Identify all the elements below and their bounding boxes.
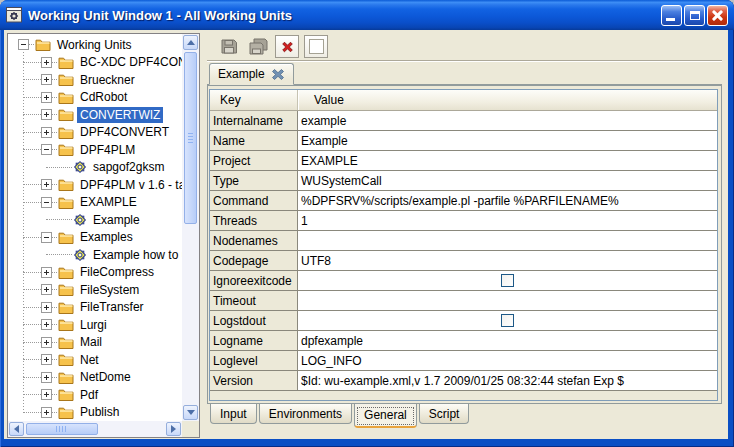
expand-toggle-icon[interactable] — [41, 407, 52, 418]
expand-toggle-icon[interactable] — [41, 179, 52, 190]
expand-toggle-icon[interactable] — [41, 319, 52, 330]
value-text: EXAMPLE — [301, 154, 358, 168]
expand-toggle-icon[interactable] — [41, 354, 52, 365]
tab-close-icon[interactable] — [271, 68, 285, 81]
tree-item-filesystem[interactable]: FileSystem — [8, 281, 182, 299]
red-x-icon — [280, 40, 295, 54]
tab-input[interactable]: Input — [210, 404, 257, 424]
ignoreexitcode-checkbox[interactable] — [501, 274, 514, 287]
tree-item-label: Publish — [77, 404, 122, 420]
tree-item-cdrobot[interactable]: CdRobot — [8, 89, 182, 107]
collapse-toggle-icon[interactable] — [41, 144, 52, 155]
delete-button[interactable] — [275, 35, 299, 58]
window-title: Working Unit Window 1 - All Working Unit… — [28, 8, 661, 23]
tree-item-example[interactable]: Example — [8, 211, 182, 229]
tree-item-working-units[interactable]: Working Units — [8, 36, 182, 54]
table-row-version: Version$Id: wu-example.xml,v 1.7 2009/01… — [210, 371, 717, 391]
close-button[interactable] — [707, 5, 728, 26]
expand-toggle-icon[interactable] — [41, 267, 52, 278]
column-header-value[interactable]: Value — [298, 90, 717, 110]
scroll-up-button[interactable] — [183, 35, 198, 50]
new-button[interactable] — [304, 35, 328, 58]
app-window-gear-icon[interactable] — [6, 7, 23, 23]
tree-item-dpf4plm-v-1-6-take[interactable]: DPF4PLM v 1.6 - take — [8, 176, 182, 194]
column-header-key[interactable]: Key — [210, 90, 298, 110]
logstdout-value-cell[interactable] — [298, 311, 717, 330]
tree-item-bc-xdc-dpf4conver[interactable]: BC-XDC DPF4CONVER — [8, 54, 182, 72]
collapse-toggle-icon[interactable] — [41, 197, 52, 208]
arrow-right-icon — [171, 425, 180, 433]
tree-item-convertwiz[interactable]: CONVERTWIZ — [8, 106, 182, 124]
expand-toggle-icon[interactable] — [41, 92, 52, 103]
minimize-button[interactable] — [661, 5, 682, 26]
maximize-button[interactable] — [684, 5, 705, 26]
tree-horizontal-scrollbar[interactable] — [8, 421, 182, 437]
blank-page-icon — [308, 38, 325, 55]
expand-toggle-icon[interactable] — [41, 74, 52, 85]
tree-item-brueckner[interactable]: Brueckner — [8, 71, 182, 89]
tree-item-publish[interactable]: Publish — [8, 404, 182, 422]
project-value-cell[interactable]: EXAMPLE — [298, 151, 717, 170]
collapse-toggle-icon[interactable] — [18, 39, 29, 50]
tree-item-sapgof2gksm[interactable]: sapgof2gksm — [8, 159, 182, 177]
tree-item-label: CdRobot — [77, 89, 130, 105]
expand-toggle-icon[interactable] — [41, 109, 52, 120]
save-all-button[interactable] — [246, 35, 270, 58]
codepage-value-cell[interactable]: UTF8 — [298, 251, 717, 270]
expand-toggle-icon[interactable] — [41, 127, 52, 138]
expand-toggle-icon[interactable] — [41, 284, 52, 295]
expand-toggle-icon[interactable] — [41, 57, 52, 68]
scroll-left-button[interactable] — [9, 422, 24, 436]
tree-item-dpf4convert[interactable]: DPF4CONVERT — [8, 124, 182, 142]
tree-item-mail[interactable]: Mail — [8, 334, 182, 352]
name-value-cell[interactable]: Example — [298, 131, 717, 150]
tab-general[interactable]: General — [354, 404, 417, 428]
expand-toggle-icon[interactable] — [41, 302, 52, 313]
command-value-cell[interactable]: %DPFSRV%/scripts/example.pl -parfile %PA… — [298, 191, 717, 210]
tree-item-dpf4plm[interactable]: DPF4PLM — [8, 141, 182, 159]
folder-icon — [58, 388, 74, 401]
logstdout-checkbox[interactable] — [501, 314, 514, 327]
horizontal-scroll-thumb[interactable] — [26, 423, 98, 435]
key-cell: Type — [210, 171, 298, 190]
tree-item-filetransfer[interactable]: FileTransfer — [8, 299, 182, 317]
internalname-value-cell[interactable]: example — [298, 111, 717, 130]
maximize-icon — [690, 11, 700, 20]
tree-item-label: DPF4CONVERT — [77, 124, 172, 140]
save-button[interactable] — [217, 35, 241, 58]
vertical-scroll-thumb[interactable] — [184, 52, 197, 224]
folder-icon — [58, 56, 74, 69]
tree-item-example[interactable]: EXAMPLE — [8, 194, 182, 212]
tree-item-lurgi[interactable]: Lurgi — [8, 316, 182, 334]
logname-value-cell[interactable]: dpfexample — [298, 331, 717, 350]
value-text: WUSystemCall — [301, 174, 382, 188]
title-bar[interactable]: Working Unit Window 1 - All Working Unit… — [0, 0, 734, 30]
scroll-down-button[interactable] — [183, 405, 198, 420]
ignoreexitcode-value-cell[interactable] — [298, 271, 717, 290]
expand-toggle-icon[interactable] — [41, 337, 52, 348]
timeout-value-cell[interactable] — [298, 291, 717, 310]
tree-item-net[interactable]: Net — [8, 351, 182, 369]
folder-icon — [58, 231, 74, 244]
tree-item-examples[interactable]: Examples — [8, 229, 182, 247]
tree-item-pdf[interactable]: Pdf — [8, 386, 182, 404]
threads-value-cell[interactable]: 1 — [298, 211, 717, 230]
tree-vertical-scrollbar[interactable] — [182, 34, 199, 421]
loglevel-value-cell[interactable]: LOG_INFO — [298, 351, 717, 370]
scroll-right-button[interactable] — [166, 422, 181, 436]
table-row-loglevel: LoglevelLOG_INFO — [210, 351, 717, 371]
tree-item-filecompress[interactable]: FileCompress — [8, 264, 182, 282]
tree-item-netdome[interactable]: NetDome — [8, 369, 182, 387]
tree-item-example-how-to-u[interactable]: Example how to u — [8, 246, 182, 264]
tab-environments[interactable]: Environments — [259, 404, 352, 424]
tab-example[interactable]: Example — [209, 63, 294, 85]
expand-toggle-icon[interactable] — [41, 389, 52, 400]
tab-script[interactable]: Script — [419, 404, 470, 424]
folder-icon — [58, 371, 74, 384]
expand-toggle-icon[interactable] — [41, 372, 52, 383]
app-window: Working Unit Window 1 - All Working Unit… — [0, 0, 734, 447]
version-value-cell[interactable]: $Id: wu-example.xml,v 1.7 2009/01/25 08:… — [298, 371, 717, 390]
collapse-toggle-icon[interactable] — [41, 232, 52, 243]
type-value-cell[interactable]: WUSystemCall — [298, 171, 717, 190]
nodenames-value-cell[interactable] — [298, 231, 717, 250]
